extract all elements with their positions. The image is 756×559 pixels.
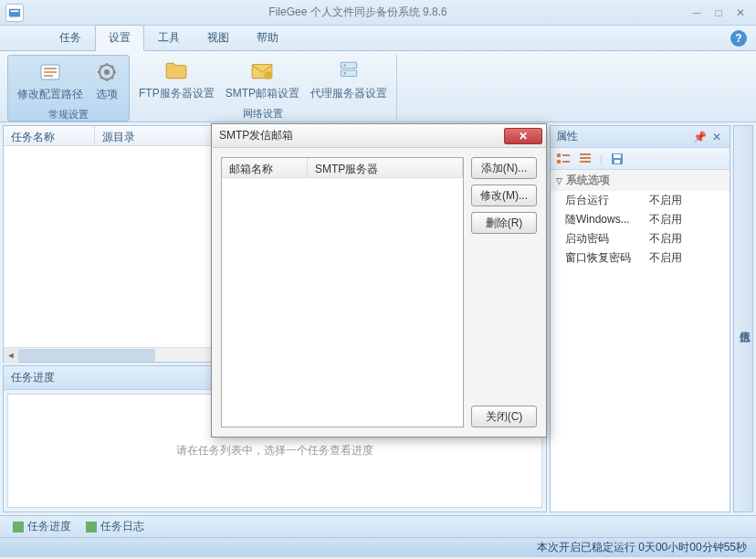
svg-rect-19: [86, 522, 97, 533]
menubar: 任务 设置 工具 视图 帮助 ?: [0, 26, 756, 51]
prop-row[interactable]: 后台运行不启用: [551, 191, 730, 210]
ribbon-smtp[interactable]: SMTP邮箱设置: [220, 55, 305, 105]
svg-rect-18: [13, 522, 24, 533]
app-logo: [5, 4, 24, 22]
status-text: 本次开启已稳定运行 0天00小时00分钟55秒: [537, 540, 747, 555]
close-window-button[interactable]: ✕: [730, 5, 751, 21]
bottom-tabs: 任务进度 任务日志: [0, 515, 756, 537]
dialog-body: 邮箱名称 SMTP服务器 添加(N)... 修改(M)... 删除(R) 关闭(…: [212, 148, 546, 437]
dialog-close-button[interactable]: ✕: [504, 128, 542, 144]
dialog-buttons: 添加(N)... 修改(M)... 删除(R) 关闭(C): [471, 157, 537, 427]
log-icon: [86, 522, 97, 533]
panel-close-icon[interactable]: ✕: [709, 131, 724, 143]
right-column: 属性 📌 ✕ | ▽系统选项 后台运行不启用 随Windows...不启用 启动…: [550, 122, 756, 515]
close-button[interactable]: 关闭(C): [471, 406, 537, 427]
dialog-titlebar[interactable]: SMTP发信邮箱 ✕: [212, 124, 546, 148]
delete-button[interactable]: 删除(R): [471, 212, 537, 234]
properties-toolbar: |: [551, 148, 730, 170]
progress-hint: 请在任务列表中，选择一个任务查看进度: [176, 443, 373, 459]
col-task-name[interactable]: 任务名称: [4, 126, 95, 145]
server-icon: [336, 58, 362, 84]
ribbon-ftp-label: FTP服务器设置: [139, 86, 215, 101]
svg-rect-1: [11, 10, 19, 12]
menu-view[interactable]: 视图: [194, 25, 243, 50]
prop-row[interactable]: 启动密码不启用: [551, 229, 730, 248]
menu-settings[interactable]: 设置: [95, 25, 144, 51]
svg-point-4: [104, 69, 110, 75]
ribbon: 修改配置路径 选项 常规设置 FTP服务器设置 SMTP邮箱设置 代理服务器设置: [0, 51, 756, 122]
ribbon-group-network-label: 网络设置: [243, 105, 283, 124]
svg-rect-12: [562, 154, 570, 156]
maximize-button[interactable]: □: [709, 5, 729, 21]
app-title: FileGee 个人文件同步备份系统 9.8.6: [31, 5, 685, 20]
menu-tasks[interactable]: 任务: [46, 25, 95, 50]
ribbon-proxy[interactable]: 代理服务器设置: [305, 55, 393, 105]
ribbon-group-general: 修改配置路径 选项 常规设置: [7, 55, 130, 121]
save-icon[interactable]: [610, 152, 625, 166]
help-icon[interactable]: ?: [730, 30, 747, 47]
scroll-thumb[interactable]: [18, 349, 155, 362]
ribbon-ftp[interactable]: FTP服务器设置: [133, 55, 220, 105]
prop-row[interactable]: 随Windows...不启用: [551, 210, 730, 229]
progress-icon: [13, 522, 24, 533]
ribbon-options-label: 选项: [96, 87, 118, 102]
properties-panel: 属性 📌 ✕ | ▽系统选项 后台运行不启用 随Windows...不启用 启动…: [550, 125, 730, 512]
svg-rect-11: [557, 153, 561, 157]
mailbox-list[interactable]: 邮箱名称 SMTP服务器: [221, 157, 464, 427]
svg-rect-7: [341, 62, 356, 69]
menu-tools[interactable]: 工具: [144, 25, 194, 50]
minimize-button[interactable]: ─: [687, 5, 707, 21]
titlebar: FileGee 个人文件同步备份系统 9.8.6 ─ □ ✕: [0, 0, 756, 26]
property-category[interactable]: ▽系统选项: [551, 170, 730, 191]
prop-row[interactable]: 窗口恢复密码不启用: [551, 248, 730, 268]
gear-icon: [94, 59, 120, 85]
tab-task-log[interactable]: 任务日志: [79, 517, 152, 536]
menu-help[interactable]: 帮助: [243, 25, 292, 50]
smtp-dialog: SMTP发信邮箱 ✕ 邮箱名称 SMTP服务器 添加(N)... 修改(M)..…: [211, 123, 547, 438]
config-path-icon: [37, 59, 63, 85]
col-smtp-server[interactable]: SMTP服务器: [308, 158, 463, 177]
properties-grid: ▽系统选项 后台运行不启用 随Windows...不启用 启动密码不启用 窗口恢…: [551, 170, 730, 512]
col-mailbox-name[interactable]: 邮箱名称: [222, 158, 308, 177]
modify-button[interactable]: 修改(M)...: [471, 185, 537, 206]
mailbox-list-header: 邮箱名称 SMTP服务器: [222, 158, 463, 178]
svg-point-10: [344, 72, 346, 74]
ribbon-group-network: FTP服务器设置 SMTP邮箱设置 代理服务器设置 网络设置: [130, 55, 397, 121]
ribbon-config-path-label: 修改配置路径: [17, 87, 83, 102]
add-button[interactable]: 添加(N)...: [471, 157, 537, 179]
side-tab-execution-info[interactable]: 执行信息: [733, 125, 753, 512]
svg-rect-16: [614, 154, 621, 158]
scroll-left-icon[interactable]: ◄: [4, 348, 18, 363]
alphabetical-icon[interactable]: [578, 152, 593, 166]
ribbon-options[interactable]: 选项: [89, 56, 125, 106]
mail-icon: [249, 58, 275, 84]
categorized-icon[interactable]: [556, 152, 571, 166]
properties-title: 属性: [556, 129, 689, 144]
ribbon-proxy-label: 代理服务器设置: [310, 86, 387, 101]
collapse-icon: ▽: [556, 176, 562, 185]
dialog-title: SMTP发信邮箱: [219, 128, 504, 143]
ribbon-smtp-label: SMTP邮箱设置: [226, 86, 299, 101]
svg-rect-0: [9, 8, 20, 16]
statusbar: 本次开启已稳定运行 0天00小时00分钟55秒: [0, 537, 756, 557]
svg-point-9: [344, 64, 346, 66]
svg-rect-13: [557, 160, 561, 163]
tab-task-progress[interactable]: 任务进度: [5, 517, 79, 536]
pin-icon[interactable]: 📌: [692, 131, 707, 143]
folder-icon: [163, 58, 189, 84]
svg-point-6: [265, 71, 273, 79]
svg-rect-17: [614, 160, 620, 163]
svg-rect-14: [562, 161, 570, 163]
svg-rect-8: [341, 70, 356, 77]
properties-header: 属性 📌 ✕: [551, 126, 730, 148]
ribbon-config-path[interactable]: 修改配置路径: [12, 56, 89, 106]
